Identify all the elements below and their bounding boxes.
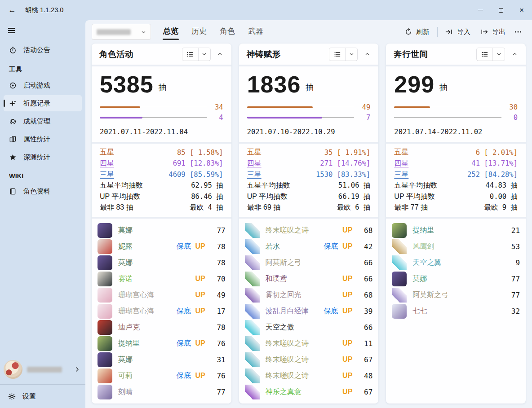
sidebar-item-attribute-stats[interactable]: 属性统计	[4, 131, 82, 147]
cards-row: 角色活动	[85, 40, 532, 408]
item-avatar	[98, 239, 112, 254]
hamburger-menu-button[interactable]	[6, 24, 22, 37]
import-button[interactable]: 导入	[440, 25, 475, 39]
tab-history[interactable]: 历史	[191, 24, 207, 40]
sidebar-item-achievements[interactable]: 成就管理	[4, 113, 82, 129]
stat-label[interactable]: 四星	[247, 159, 262, 168]
collapse-card-button[interactable]	[213, 48, 227, 61]
minimize-button[interactable]	[470, 0, 491, 20]
account-selector-dropdown[interactable]	[92, 24, 151, 40]
tab-weapons[interactable]: 武器	[248, 24, 264, 40]
avatar	[4, 360, 22, 379]
pull-list-row[interactable]: 波乱月白经津 保底UP 39	[245, 303, 373, 319]
pull-list-row[interactable]: 莫娜 31	[98, 351, 226, 368]
stat-label[interactable]: 三星	[247, 170, 262, 180]
stat-value: 1530 [83.33%]	[316, 171, 370, 179]
item-avatar	[392, 288, 407, 303]
user-account-row[interactable]	[0, 355, 85, 384]
pull-list-row[interactable]: 可莉 保底UP 76	[98, 368, 226, 384]
pull-list-row[interactable]: 莫娜 78	[98, 254, 226, 271]
pull-list-row[interactable]: 刻晴 77	[98, 384, 226, 400]
pull-list-row[interactable]: 莫娜 77	[392, 271, 520, 287]
item-name: 珊瑚宫心海	[118, 307, 170, 316]
four-star-pity-fill	[247, 117, 322, 118]
more-options-button[interactable]	[510, 25, 526, 39]
stat-value: 6 [ 2.01%]	[476, 149, 518, 157]
item-name: 莫娜	[118, 355, 200, 364]
list-icon[interactable]	[329, 48, 345, 61]
pull-list-row[interactable]: 迪卢克 78	[98, 319, 226, 335]
stat-label[interactable]: 五星	[247, 148, 262, 157]
pull-list-row[interactable]: 妮露 保底UP 78	[98, 238, 226, 254]
pull-list-row[interactable]: 莫娜 77	[98, 222, 226, 238]
stat-label: UP 平均抽数	[100, 192, 140, 202]
maximize-button[interactable]	[491, 0, 511, 20]
stats-panel: 五星 6 [ 2.01%] 四星 41 [13.71%] 三星 252 [84.…	[386, 144, 526, 217]
pull-list-row[interactable]: 赛诺 UP 70	[98, 271, 226, 287]
pull-list-row[interactable]: 神乐之真意 UP 67	[245, 384, 373, 400]
tab-overview[interactable]: 总览	[163, 24, 179, 40]
guarantee-badge: 保底	[176, 339, 191, 348]
refresh-icon	[405, 28, 412, 35]
item-pull-count: 77	[505, 275, 520, 283]
item-pull-count: 77	[505, 291, 520, 299]
stat-label: 最非 83 抽	[100, 203, 133, 212]
pull-list-row[interactable]: 天空之翼 9	[392, 254, 520, 271]
pull-list-row[interactable]: 终末嗟叹之诗 UP 11	[245, 335, 373, 351]
sidebar-item-wish-records[interactable]: 祈愿记录	[4, 95, 82, 111]
pull-list-row[interactable]: 终末嗟叹之诗 UP 48	[245, 368, 373, 384]
sidebar-item-launch-game[interactable]: 启动游戏	[4, 77, 82, 93]
collapse-card-button[interactable]	[360, 48, 374, 61]
pull-list-row[interactable]: 终末嗟叹之诗 UP 67	[245, 351, 373, 368]
sidebar-item-character-wiki[interactable]: 角色资料	[4, 183, 82, 199]
back-button[interactable]: ←	[4, 4, 20, 17]
tab-characters[interactable]: 角色	[219, 24, 235, 40]
close-button[interactable]: ×	[511, 0, 532, 20]
pull-list-row[interactable]: 终末嗟叹之诗 UP 68	[245, 222, 373, 238]
item-name: 莫娜	[118, 258, 200, 268]
pull-list-row[interactable]: 阿莫斯之弓 77	[392, 287, 520, 303]
list-mode-split-button[interactable]	[182, 48, 211, 61]
pull-list-row[interactable]: 风鹰剑 53	[392, 238, 520, 254]
refresh-button[interactable]: 刷新	[400, 25, 434, 39]
stat-label[interactable]: 五星	[100, 148, 114, 157]
list-mode-split-button[interactable]	[476, 48, 505, 61]
chevron-down-icon[interactable]	[492, 48, 505, 61]
pull-list-row[interactable]: 七七 32	[392, 303, 520, 319]
list-icon[interactable]	[477, 48, 492, 61]
collapse-card-button[interactable]	[508, 48, 521, 61]
pull-list-row[interactable]: 若水 保底UP 42	[245, 238, 373, 254]
up-badge: UP	[195, 307, 205, 315]
sidebar-item-abyss-stats[interactable]: 深渊统计	[4, 149, 82, 165]
pull-list-row[interactable]: 提纳里 保底UP 76	[98, 335, 226, 351]
chevron-down-icon[interactable]	[198, 48, 210, 61]
stat-label[interactable]: 五星	[394, 148, 408, 157]
list-icon[interactable]	[182, 48, 198, 61]
stat-label[interactable]: 四星	[100, 159, 114, 168]
pull-list-row[interactable]: 天空之傲 66	[245, 319, 373, 335]
item-pull-count: 68	[358, 226, 372, 235]
pull-list-row[interactable]: 和璞鸢 UP 66	[245, 271, 373, 287]
sidebar-item-settings[interactable]: 设置	[0, 385, 85, 408]
card-summary: 5385 抽 34 4 2021.07.11-2022.11.04	[92, 66, 231, 142]
stat-label[interactable]: 三星	[100, 170, 114, 180]
sidebar-item-announcements[interactable]: 活动公告	[4, 42, 82, 58]
stat-value: 86.46 抽	[191, 192, 223, 202]
chevron-down-icon[interactable]	[345, 48, 357, 61]
pull-list-row[interactable]: 雾切之回光 UP 68	[245, 287, 373, 303]
stat-label[interactable]: 三星	[394, 170, 408, 180]
card-header: 神铸赋形	[239, 44, 379, 65]
sidebar-nav: 活动公告 工具 启动游戏 祈愿记录	[0, 39, 85, 202]
pull-list-row[interactable]: 提纳里 21	[392, 222, 520, 238]
pull-list-row[interactable]: 珊瑚宫心海 UP 49	[98, 287, 226, 303]
item-name: 风鹰剑	[412, 242, 494, 251]
pull-list-row[interactable]: 珊瑚宫心海 保底UP 17	[98, 303, 226, 319]
item-name: 阿莫斯之弓	[266, 258, 347, 268]
stat-label[interactable]: 四星	[394, 159, 408, 168]
stat-row: 五星平均抽数 44.83 抽	[394, 180, 518, 191]
pull-list-row[interactable]: 阿莫斯之弓 66	[245, 254, 373, 271]
item-pull-count: 66	[358, 323, 372, 332]
list-mode-split-button[interactable]	[329, 48, 358, 61]
export-button[interactable]: 导出	[475, 25, 510, 39]
toolbar-actions: 刷新 导入 导出	[400, 25, 526, 39]
